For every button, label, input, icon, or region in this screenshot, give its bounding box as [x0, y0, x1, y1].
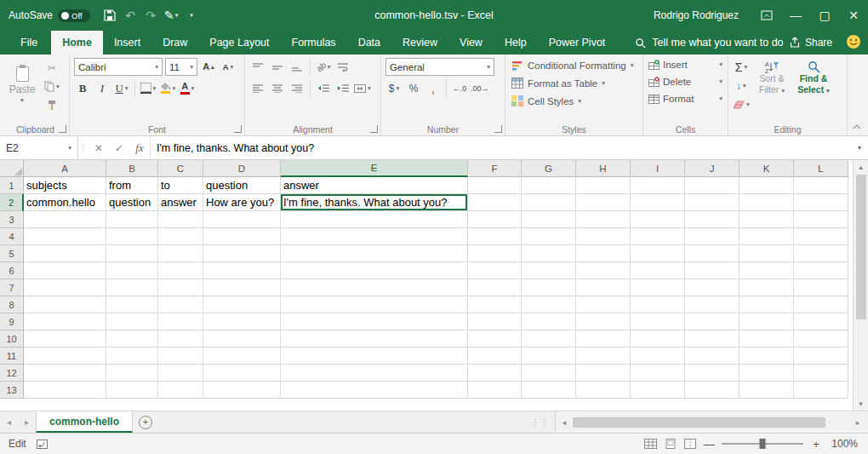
cell-G10[interactable] — [522, 330, 576, 348]
cell-E4[interactable] — [281, 228, 468, 245]
italic-button[interactable]: I — [94, 79, 111, 97]
cell-C4[interactable] — [158, 228, 203, 245]
cell-B4[interactable] — [106, 228, 158, 245]
autosum-button[interactable]: Σ▾ — [733, 58, 750, 76]
fill-color-button[interactable]: ▾ — [159, 79, 176, 97]
cell-D11[interactable] — [203, 348, 281, 365]
cell-J4[interactable] — [685, 228, 740, 245]
cell-I1[interactable] — [631, 177, 685, 194]
cell-K1[interactable] — [740, 177, 794, 194]
cell-L5[interactable] — [794, 245, 848, 262]
cell-I2[interactable] — [631, 194, 685, 211]
column-header-I[interactable]: I — [631, 160, 685, 177]
minimize-button[interactable]: — — [781, 0, 810, 31]
column-header-L[interactable]: L — [794, 160, 848, 177]
row-header-12[interactable]: 12 — [0, 365, 24, 382]
clipboard-dialog-launcher[interactable] — [59, 125, 66, 133]
cell-F9[interactable] — [468, 313, 522, 330]
cell-D1[interactable]: question — [203, 177, 281, 194]
cell-K7[interactable] — [740, 279, 794, 296]
normal-view-button[interactable] — [644, 439, 657, 449]
macro-record-button[interactable] — [37, 440, 48, 449]
conditional-formatting-button[interactable]: Conditional Formatting▾ — [508, 56, 640, 74]
bold-button[interactable]: B — [74, 79, 91, 97]
cell-D2[interactable]: How are you? — [203, 194, 281, 211]
cell-I9[interactable] — [631, 313, 685, 330]
percent-style-button[interactable]: % — [405, 79, 422, 97]
cell-G11[interactable] — [522, 348, 576, 365]
scroll-left-arrow[interactable]: ◂ — [557, 418, 571, 427]
cell-A3[interactable] — [24, 211, 106, 228]
cell-I11[interactable] — [631, 348, 685, 365]
cell-C6[interactable] — [158, 262, 203, 279]
scroll-up-arrow[interactable]: ▴ — [859, 161, 863, 173]
cell-F10[interactable] — [468, 330, 522, 348]
cell-G4[interactable] — [522, 228, 576, 245]
horizontal-scrollbar[interactable]: ◂ ▸ — [555, 411, 866, 433]
font-color-button[interactable]: A▾ — [179, 79, 196, 97]
cell-E8[interactable] — [281, 296, 468, 313]
cell-L13[interactable] — [794, 382, 848, 399]
orientation-button[interactable]: ab▾ — [315, 58, 332, 76]
cell-B10[interactable] — [106, 330, 158, 348]
column-header-E[interactable]: E — [281, 160, 468, 177]
zoom-slider[interactable] — [722, 443, 803, 445]
cell-L9[interactable] — [794, 313, 848, 330]
cell-A4[interactable] — [24, 228, 106, 245]
align-center-button[interactable] — [269, 79, 286, 97]
cell-C5[interactable] — [158, 245, 203, 262]
cell-D5[interactable] — [203, 245, 281, 262]
cut-button[interactable]: ✂ — [43, 59, 60, 77]
tab-draw[interactable]: Draw — [151, 31, 198, 55]
column-header-C[interactable]: C — [158, 160, 203, 177]
cell-G1[interactable] — [522, 177, 576, 194]
cell-F1[interactable] — [468, 177, 522, 194]
cell-G9[interactable] — [522, 313, 576, 330]
zoom-level[interactable]: 100% — [829, 438, 858, 450]
cell-G3[interactable] — [522, 211, 576, 228]
cell-B2[interactable]: question — [106, 194, 158, 211]
cell-B3[interactable] — [106, 211, 158, 228]
cell-A2[interactable]: common.hello — [24, 194, 106, 211]
share-button[interactable]: Share — [789, 37, 832, 49]
cell-K13[interactable] — [740, 382, 794, 399]
cell-E7[interactable] — [281, 279, 468, 296]
tab-page-layout[interactable]: Page Layout — [198, 31, 280, 55]
font-size-select[interactable]: 11▾ — [165, 58, 197, 76]
cell-L2[interactable] — [794, 194, 848, 211]
maximize-button[interactable]: ▢ — [810, 0, 839, 31]
scroll-right-arrow[interactable]: ▸ — [851, 418, 865, 427]
cell-J9[interactable] — [685, 313, 740, 330]
cell-K3[interactable] — [740, 211, 794, 228]
cell-C3[interactable] — [158, 211, 203, 228]
zoom-slider-thumb[interactable] — [760, 439, 766, 449]
cell-J13[interactable] — [685, 382, 740, 399]
cell-E10[interactable] — [281, 330, 468, 348]
cell-C10[interactable] — [158, 330, 203, 348]
row-header-5[interactable]: 5 — [0, 245, 24, 262]
cell-D8[interactable] — [203, 296, 281, 313]
cell-G6[interactable] — [522, 262, 576, 279]
scroll-down-arrow[interactable]: ▾ — [859, 398, 863, 410]
cell-L1[interactable] — [794, 177, 848, 194]
cell-K5[interactable] — [740, 245, 794, 262]
cell-L6[interactable] — [794, 262, 848, 279]
new-sheet-button[interactable]: + — [133, 411, 158, 433]
cell-B11[interactable] — [106, 348, 158, 365]
collapse-ribbon-button[interactable] — [853, 120, 861, 132]
decrease-indent-button[interactable] — [315, 79, 332, 97]
cell-J3[interactable] — [685, 211, 740, 228]
cell-H2[interactable] — [576, 194, 631, 211]
cell-I3[interactable] — [631, 211, 685, 228]
tab-formulas[interactable]: Formulas — [281, 31, 347, 55]
font-name-select[interactable]: Calibri▾ — [74, 58, 163, 76]
cell-C1[interactable]: to — [158, 177, 203, 194]
cell-K10[interactable] — [740, 330, 794, 348]
font-dialog-launcher[interactable] — [234, 125, 242, 133]
cell-B8[interactable] — [106, 296, 158, 313]
cell-E12[interactable] — [281, 365, 468, 382]
tab-view[interactable]: View — [448, 31, 494, 55]
cell-D12[interactable] — [203, 365, 281, 382]
cell-I10[interactable] — [631, 330, 685, 348]
cell-C8[interactable] — [158, 296, 203, 313]
